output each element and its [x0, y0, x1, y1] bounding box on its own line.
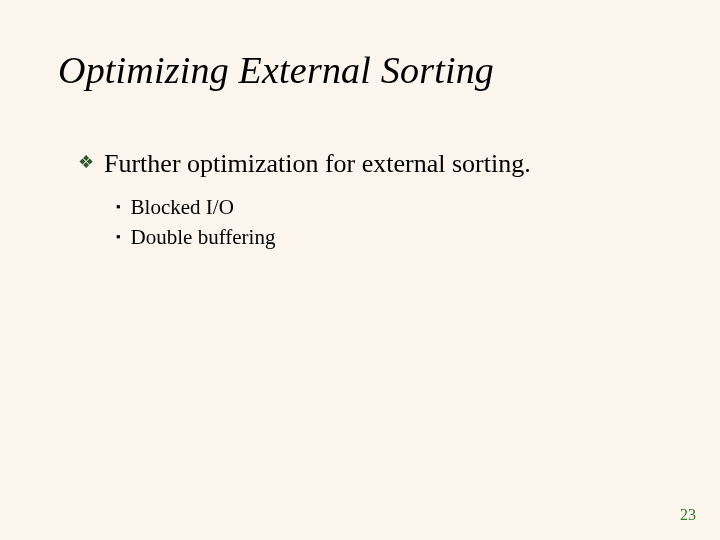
bullet-level2: ▪ Double buffering: [116, 224, 660, 250]
page-number: 23: [680, 506, 696, 524]
square-bullet-icon: ▪: [116, 194, 121, 220]
bullet-level2-text: Blocked I/O: [131, 194, 234, 220]
content-block: ❖ Further optimization for external sort…: [78, 148, 660, 254]
sub-bullet-list: ▪ Blocked I/O ▪ Double buffering: [116, 194, 660, 250]
bullet-level1: ❖ Further optimization for external sort…: [78, 148, 660, 180]
bullet-level2: ▪ Blocked I/O: [116, 194, 660, 220]
slide-title: Optimizing External Sorting: [58, 48, 494, 92]
bullet-level1-text: Further optimization for external sortin…: [104, 148, 531, 180]
square-bullet-icon: ▪: [116, 224, 121, 250]
slide: Optimizing External Sorting ❖ Further op…: [0, 0, 720, 540]
bullet-level2-text: Double buffering: [131, 224, 276, 250]
diamond-bullet-icon: ❖: [78, 148, 94, 176]
